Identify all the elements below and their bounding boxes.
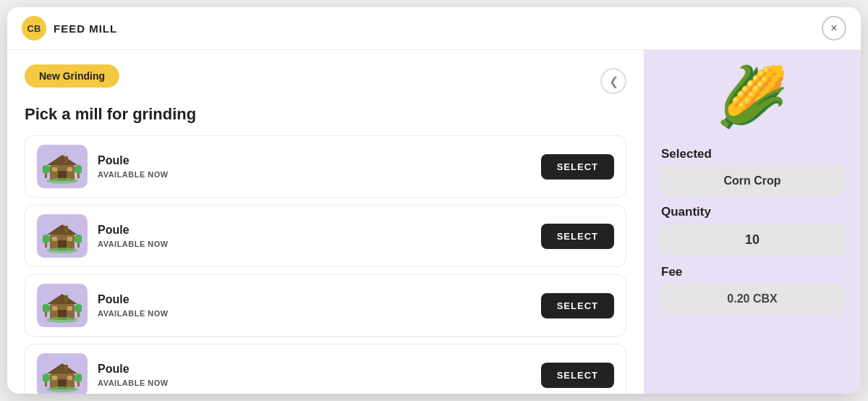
left-panel: New Grinding ❮ Pick a mill for grinding xyxy=(7,50,644,394)
svg-rect-3 xyxy=(52,167,57,172)
svg-point-9 xyxy=(43,165,51,174)
svg-point-6 xyxy=(64,152,68,156)
svg-rect-5 xyxy=(64,156,68,164)
mill-status: AVAILABLE NOW xyxy=(98,170,531,179)
svg-rect-40 xyxy=(67,376,72,380)
mill-info: Poule AVAILABLE NOW xyxy=(98,293,531,318)
svg-rect-29 xyxy=(64,295,68,303)
svg-rect-17 xyxy=(64,226,68,233)
mill-name: Poule xyxy=(98,224,531,237)
mill-list: Poule AVAILABLE NOW SELECT xyxy=(25,135,626,394)
select-button[interactable]: SELECT xyxy=(541,293,614,318)
app-logo: CB xyxy=(22,16,46,41)
crop-name-box: Corn Crop xyxy=(661,166,843,196)
mill-item: Poule AVAILABLE NOW SELECT xyxy=(25,135,626,198)
svg-point-31 xyxy=(46,317,78,323)
fee-box: 0.20 CBX xyxy=(661,284,843,314)
svg-point-33 xyxy=(43,304,51,313)
svg-point-11 xyxy=(75,165,82,174)
svg-rect-4 xyxy=(67,167,72,172)
svg-point-35 xyxy=(75,304,82,313)
svg-rect-41 xyxy=(64,365,68,372)
svg-point-18 xyxy=(64,221,68,226)
mill-image xyxy=(37,214,88,258)
crop-emoji: 🌽 xyxy=(716,68,788,126)
mill-image xyxy=(37,353,88,394)
right-panel: 🌽 Selected Corn Crop Quantity 10 Fee 0.2… xyxy=(644,50,861,394)
svg-rect-15 xyxy=(52,237,57,241)
selected-label: Selected xyxy=(661,147,712,161)
svg-rect-27 xyxy=(52,306,57,311)
modal-header: CB FEED MILL × xyxy=(7,7,861,50)
back-button[interactable]: ❮ xyxy=(600,68,626,94)
svg-marker-13 xyxy=(47,224,77,235)
mill-info: Poule AVAILABLE NOW xyxy=(98,154,531,179)
mill-item: Poule AVAILABLE NOW SELECT xyxy=(25,344,626,394)
close-button[interactable]: × xyxy=(822,16,846,41)
mill-info: Poule AVAILABLE NOW xyxy=(98,224,531,248)
svg-point-43 xyxy=(46,387,78,392)
modal-title: FEED MILL xyxy=(54,22,822,35)
svg-marker-1 xyxy=(47,155,77,165)
fee-label: Fee xyxy=(661,265,682,279)
mill-info: Poule AVAILABLE NOW xyxy=(98,363,531,387)
modal-body: New Grinding ❮ Pick a mill for grinding xyxy=(7,50,861,394)
new-grinding-button[interactable]: New Grinding xyxy=(25,64,119,88)
mill-status: AVAILABLE NOW xyxy=(98,309,531,318)
svg-point-19 xyxy=(46,248,78,253)
svg-point-7 xyxy=(46,178,78,184)
mill-status: AVAILABLE NOW xyxy=(98,240,531,248)
select-button[interactable]: SELECT xyxy=(541,363,614,388)
crop-image-area: 🌽 xyxy=(702,50,803,144)
svg-rect-28 xyxy=(67,306,72,311)
svg-point-45 xyxy=(43,373,51,382)
svg-marker-37 xyxy=(47,363,77,373)
svg-rect-39 xyxy=(52,376,57,380)
svg-point-47 xyxy=(75,373,82,382)
svg-marker-25 xyxy=(47,294,77,304)
top-bar: New Grinding ❮ xyxy=(25,64,626,98)
mill-item: Poule AVAILABLE NOW SELECT xyxy=(25,205,626,267)
select-button[interactable]: SELECT xyxy=(541,154,614,180)
quantity-label: Quantity xyxy=(661,205,711,219)
mill-image xyxy=(37,284,88,327)
select-button[interactable]: SELECT xyxy=(541,224,614,249)
quantity-box: 10 xyxy=(661,224,843,256)
mill-name: Poule xyxy=(98,363,531,376)
feed-mill-modal: CB FEED MILL × New Grinding ❮ Pick a mil… xyxy=(7,7,861,394)
mill-image xyxy=(37,145,88,188)
pick-title: Pick a mill for grinding xyxy=(25,105,626,124)
mill-item: Poule AVAILABLE NOW SELECT xyxy=(25,274,626,337)
svg-point-30 xyxy=(64,291,68,295)
svg-point-23 xyxy=(75,235,82,243)
mill-name: Poule xyxy=(98,293,531,306)
svg-point-42 xyxy=(64,360,68,365)
svg-point-21 xyxy=(43,235,51,243)
mill-name: Poule xyxy=(98,154,531,167)
svg-rect-16 xyxy=(67,237,72,241)
mill-status: AVAILABLE NOW xyxy=(98,379,531,387)
